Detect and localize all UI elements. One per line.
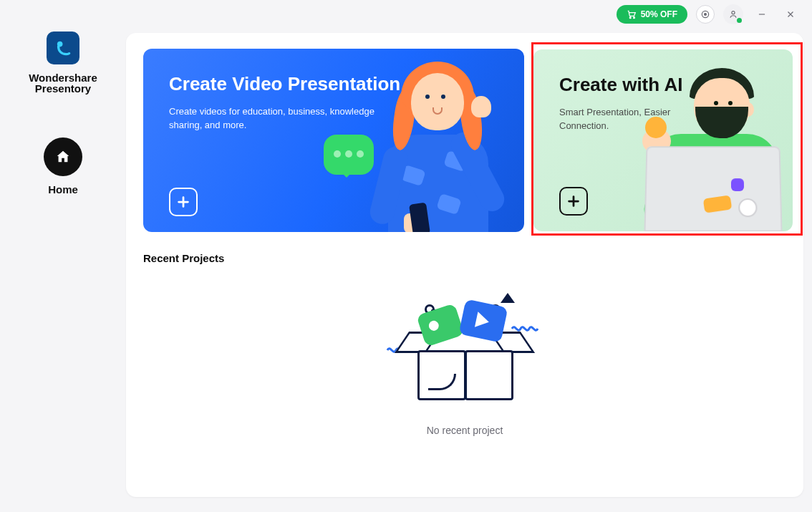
video-illustration bbox=[309, 49, 524, 232]
home-icon bbox=[55, 149, 71, 165]
create-ai-card[interactable]: Create with AI Smart Presentation, Easie… bbox=[533, 49, 793, 231]
user-icon bbox=[728, 9, 738, 19]
main-panel: Create Video Presentation Create videos … bbox=[126, 33, 803, 497]
empty-state: No recent project bbox=[143, 293, 786, 436]
create-video-plus-button[interactable] bbox=[169, 188, 198, 216]
discount-label: 50% OFF bbox=[641, 9, 677, 19]
minimize-icon bbox=[757, 9, 767, 19]
plus-icon bbox=[566, 193, 581, 209]
close-button[interactable] bbox=[780, 4, 801, 24]
target-button[interactable] bbox=[696, 5, 715, 24]
empty-illustration bbox=[386, 293, 543, 407]
account-button[interactable] bbox=[723, 4, 743, 24]
close-icon bbox=[786, 9, 796, 19]
target-icon bbox=[700, 9, 710, 19]
discount-button[interactable]: 50% OFF bbox=[617, 5, 687, 24]
sidebar: Wondershare Presentory Home bbox=[0, 29, 126, 195]
title-bar: 50% OFF bbox=[617, 0, 812, 29]
cart-icon bbox=[627, 9, 637, 19]
nav-home-label: Home bbox=[48, 183, 78, 195]
create-video-card[interactable]: Create Video Presentation Create videos … bbox=[143, 49, 524, 232]
svg-point-4 bbox=[732, 11, 735, 14]
app-logo bbox=[47, 32, 79, 64]
nav-home-circle bbox=[44, 137, 82, 176]
status-dot-icon bbox=[737, 18, 742, 23]
svg-point-1 bbox=[633, 17, 634, 19]
logo-icon bbox=[54, 39, 72, 57]
create-ai-plus-button[interactable] bbox=[559, 187, 588, 216]
nav-home[interactable]: Home bbox=[44, 137, 82, 195]
brand-line2: Presentory bbox=[35, 82, 91, 95]
create-ai-card-wrap: Create with AI Smart Presentation, Easie… bbox=[533, 49, 793, 232]
recent-projects-title: Recent Projects bbox=[143, 252, 786, 264]
svg-point-0 bbox=[629, 17, 631, 19]
plus-icon bbox=[175, 194, 191, 210]
svg-point-3 bbox=[705, 14, 707, 16]
empty-text: No recent project bbox=[427, 425, 503, 436]
cards-row: Create Video Presentation Create videos … bbox=[143, 49, 786, 232]
ai-illustration bbox=[621, 49, 793, 231]
minimize-button[interactable] bbox=[752, 4, 772, 24]
